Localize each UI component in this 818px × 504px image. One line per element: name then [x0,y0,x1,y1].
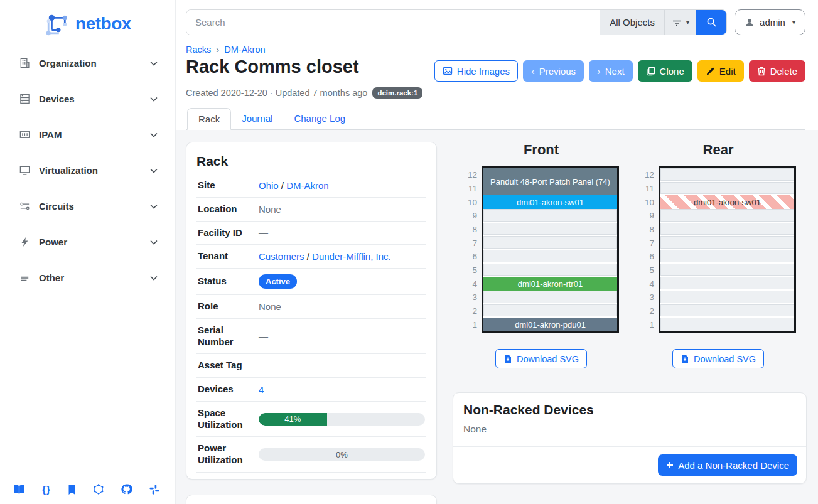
unit-number: 1 [463,318,477,331]
rack-unit-slot[interactable] [483,304,617,318]
chevron-down-icon [148,164,160,177]
search-filter-button[interactable]: ▾ [664,10,696,35]
rack-unit-slot[interactable] [483,223,617,237]
action-buttons: Hide Images ‹ Previous › Next Clo [434,60,805,82]
rack-elevations: Front 121110987654321 Panduit 48-Port Pa… [453,142,807,368]
unit-number: 2 [640,304,654,318]
field-label: Facility ID [198,227,257,239]
table-row-devices: Devices 4 [196,378,426,402]
search-button[interactable] [696,10,726,35]
rack-attributes-table: Site Ohio / DM-Akron Location None Facil… [196,174,426,473]
unit-number: 4 [640,277,654,291]
table-row-power-utilization: Power Utilization 0% [196,437,426,473]
rack-unit-slot[interactable] [483,250,617,264]
sidebar: netbox Organization Devices IPAM Virtual… [0,0,176,504]
breadcrumb-link-racks[interactable]: Racks [186,45,211,55]
caret-down-icon: ▾ [792,19,795,26]
rack-device-dmi01-akron-sw01[interactable]: dmi01-akron-sw01 [660,195,794,209]
sidebar-item-power[interactable]: Power [0,224,175,260]
unit-number: 11 [640,182,654,196]
rack-unit-slot[interactable] [660,264,794,277]
caret-down-icon: ▾ [686,19,689,26]
chevron-left-icon: ‹ [531,66,535,77]
edit-button[interactable]: Edit [697,60,744,82]
link-ohio[interactable]: Ohio [259,180,279,191]
rack-device-panduit-48-port-patch-panel-74[interactable]: Panduit 48-Port Patch Panel (74) [483,168,617,195]
rack-unit-slot[interactable] [660,209,794,223]
next-button[interactable]: › Next [589,60,633,82]
field-label: Status [198,276,257,287]
field-label: Role [198,301,257,313]
table-row-location: Location None [196,198,426,222]
book-icon[interactable] [13,484,26,495]
table-row-asset-tag: Asset Tag — [196,354,426,378]
link-dunder-mifflin-inc[interactable]: Dunder-Mifflin, Inc. [312,251,391,262]
elevation-rear: Rear 121110987654321 dmi01-akron-sw01 Do… [630,142,807,368]
rack-details-column: Rack Site Ohio / DM-Akron Location None … [186,142,437,504]
rack-device-dmi01-akron-pdu01[interactable]: dmi01-akron-pdu01 [483,318,617,331]
rack-unit-slot[interactable] [660,318,794,331]
netbox-wordmark: netbox [75,14,131,34]
breadcrumb-link-site[interactable]: DM-Akron [224,45,265,55]
graphql-icon[interactable] [93,483,104,495]
field-label: Tenant [198,250,257,262]
rack-unit-slot[interactable] [660,223,794,237]
rack-details-panel: Rack Site Ohio / DM-Akron Location None … [186,142,437,480]
unit-number: 6 [640,250,654,264]
github-icon[interactable] [121,483,132,495]
object-type-selector[interactable]: All Objects [600,10,664,35]
tab-journal[interactable]: Journal [231,108,283,130]
unit-number: 7 [463,236,477,250]
rack-unit-slot[interactable] [483,236,617,250]
unit-number: 3 [463,291,477,304]
clone-button[interactable]: Clone [638,60,692,82]
table-row-facility-id: Facility ID — [196,222,426,245]
unit-number: 8 [463,223,477,237]
braces-icon[interactable]: {} [42,484,51,495]
unit-number: 10 [640,195,654,209]
user-menu-button[interactable]: admin ▾ [735,9,805,35]
chevron-down-icon [148,129,160,141]
rack-unit-slot[interactable] [660,236,794,250]
devices-count-link[interactable]: 4 [259,384,264,395]
rack-unit-slot[interactable] [483,264,617,277]
netbox-logo-icon [44,11,72,36]
elevation-title: Front [524,142,559,158]
rack-unit-slot[interactable] [483,209,617,223]
search-input[interactable] [186,10,600,35]
rack-unit-slot[interactable] [483,291,617,304]
slack-icon[interactable] [149,484,160,495]
tab-rack[interactable]: Rack [187,108,231,130]
link-customers[interactable]: Customers [259,251,304,262]
field-label: Location [198,203,257,215]
rack-device-dmi01-akron-sw01[interactable]: dmi01-akron-sw01 [483,195,617,209]
delete-button[interactable]: Delete [749,60,805,82]
download-svg-button[interactable]: Download SVG [672,349,764,368]
table-row-space-utilization: Space Utilization 41% [196,402,426,437]
rack-device-dmi01-akron-rtr01[interactable]: dmi01-akron-rtr01 [483,277,617,291]
sidebar-item-other[interactable]: Other [0,260,175,296]
netbox-logo[interactable]: netbox [0,6,175,45]
unit-number: 4 [463,277,477,291]
hide-images-button[interactable]: Hide Images [434,60,518,82]
rack-unit-slot[interactable] [660,168,794,182]
download-svg-button[interactable]: Download SVG [495,349,587,368]
sidebar-item-circuits[interactable]: Circuits [0,188,175,224]
rack-body: dmi01-akron-sw01 [659,166,796,333]
sidebar-item-organization[interactable]: Organization [0,45,175,81]
rack-unit-slot[interactable] [660,291,794,304]
link-dm-akron[interactable]: DM-Akron [286,180,329,191]
tab-change-log[interactable]: Change Log [283,108,356,130]
add-non-racked-device-button[interactable]: Add a Non-Racked Device [658,454,797,476]
rack-unit-slot[interactable] [660,182,794,196]
sidebar-item-devices[interactable]: Devices [0,81,175,117]
sidebar-item-virtualization[interactable]: Virtualization [0,153,175,188]
bookmark-icon[interactable] [67,484,77,495]
previous-button[interactable]: ‹ Previous [523,60,584,82]
rack-unit-slot[interactable] [660,277,794,291]
breadcrumb: Racks › DM-Akron [186,44,805,55]
sidebar-item-ipam[interactable]: IPAM [0,117,175,153]
server-icon [19,93,33,105]
rack-unit-slot[interactable] [660,250,794,264]
rack-unit-slot[interactable] [660,304,794,318]
